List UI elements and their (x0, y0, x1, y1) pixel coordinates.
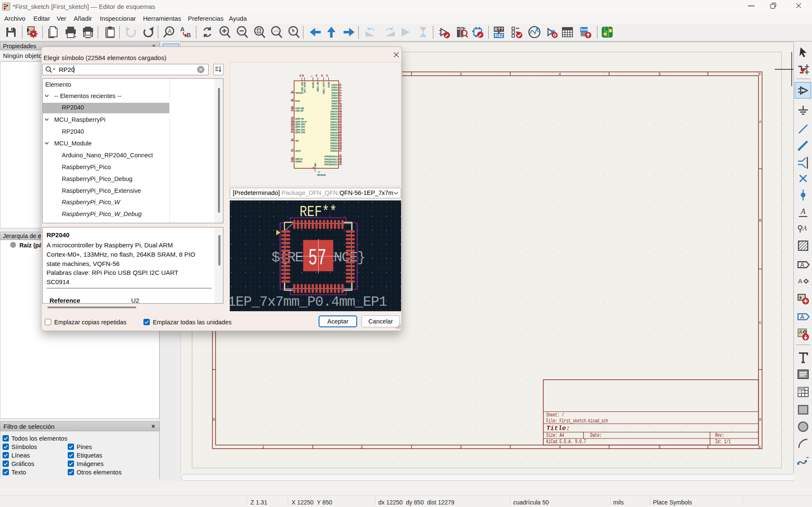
svg-text:20: 20 (339, 130, 341, 133)
svg-text:23: 23 (326, 74, 328, 77)
svg-text:VREG_VIN: VREG_VIN (317, 82, 319, 92)
svg-text:54: 54 (291, 127, 293, 130)
svg-text:34: 34 (339, 162, 341, 164)
svg-text:5: 5 (658, 445, 661, 449)
svg-text:27: 27 (339, 148, 341, 151)
svg-text:DVDD: DVDD (328, 82, 330, 88)
svg-text:QSPI_SD3: QSPI_SD3 (295, 131, 306, 134)
svg-text:GPIO13: GPIO13 (330, 118, 337, 121)
svg-text:A: A (180, 26, 184, 33)
svg-text:GPIO8: GPIO8 (331, 105, 338, 107)
svg-text:QSPI_SCLK: QSPI_SCLK (295, 121, 307, 123)
svg-text:GPIO27/ADC1: GPIO27/ADC1 (324, 158, 338, 161)
svg-text:10: 10 (339, 104, 341, 106)
svg-text:51: 51 (291, 130, 293, 132)
svg-text:GPIO9: GPIO9 (331, 107, 338, 110)
svg-text:GPIO0: GPIO0 (331, 84, 338, 86)
svg-text:.bom: .bom (580, 27, 589, 32)
svg-text:GPIO3: GPIO3 (331, 92, 338, 94)
svg-text:GPIO25: GPIO25 (330, 150, 337, 152)
svg-text:GPIO20: GPIO20 (330, 137, 337, 139)
svg-text:D: D (213, 418, 215, 422)
svg-text:19: 19 (339, 127, 341, 130)
svg-text:GPIO19: GPIO19 (330, 134, 337, 137)
svg-text:Id: 1/1: Id: 1/1 (715, 439, 731, 445)
svg-text:1: 1 (310, 76, 313, 77)
svg-text:8: 8 (339, 99, 341, 101)
svg-text:SWDIO: SWDIO (295, 160, 302, 163)
svg-text:GPIO17: GPIO17 (330, 129, 337, 131)
svg-text:GPIO7: GPIO7 (331, 102, 338, 105)
svg-text:13: 13 (339, 112, 341, 114)
svg-text:Sheet: /: Sheet: / (546, 412, 564, 418)
svg-text:2: 2 (361, 445, 363, 449)
svg-text:4: 4 (559, 445, 561, 449)
svg-text:7: 7 (339, 96, 341, 98)
svg-text:16: 16 (339, 120, 341, 122)
svg-text:A: A (798, 277, 802, 285)
svg-text:6: 6 (758, 445, 760, 449)
svg-text:GPIO24: GPIO24 (330, 147, 337, 150)
svg-text:XOUT: XOUT (295, 150, 301, 152)
svg-text:USB_DP: USB_DP (295, 110, 304, 112)
svg-text:4: 4 (559, 72, 561, 77)
svg-text:33: 33 (339, 159, 341, 162)
svg-text:R42: R42 (495, 33, 503, 38)
svg-text:USB_DM: USB_DM (295, 107, 304, 110)
svg-text:RP2040: RP2040 (317, 174, 326, 176)
svg-text:B: B (759, 219, 762, 223)
svg-text:31: 31 (339, 154, 341, 156)
svg-text:14: 14 (339, 114, 341, 117)
svg-text:GPIO10: GPIO10 (330, 110, 337, 113)
svg-text:U: U (318, 171, 320, 173)
svg-text:3: 3 (339, 85, 341, 88)
svg-text:47: 47 (291, 108, 293, 111)
svg-text:44: 44 (315, 74, 318, 77)
svg-text:GPIO11: GPIO11 (330, 113, 338, 115)
svg-text:GPIO5: GPIO5 (331, 97, 338, 99)
svg-text:GPIO29/ADC3: GPIO29/ADC3 (324, 163, 338, 166)
svg-text:56: 56 (291, 116, 293, 119)
svg-text:5: 5 (658, 72, 661, 77)
svg-text:A: A (800, 313, 804, 320)
svg-text:GPIO1: GPIO1 (331, 86, 338, 89)
svg-text:24: 24 (291, 156, 293, 159)
svg-text:REF**: REF** (300, 203, 337, 221)
svg-text:A: A (801, 207, 806, 216)
svg-text:GPIO12: GPIO12 (330, 115, 337, 118)
svg-text:VREG_VOUT: VREG_VOUT (322, 81, 325, 94)
svg-text:Title:: Title: (546, 425, 570, 432)
svg-text:B: B (187, 32, 191, 38)
svg-text:21: 21 (291, 148, 293, 151)
svg-text:3: 3 (460, 72, 462, 77)
svg-text:A: A (168, 28, 172, 34)
svg-text:1: 1 (262, 445, 264, 449)
svg-text:TESTEN: TESTEN (295, 92, 303, 94)
svg-text:Date:: Date: (590, 433, 602, 438)
svg-text:A: A (802, 225, 807, 232)
svg-text:GPIO6: GPIO6 (331, 100, 338, 102)
svg-text:A: A (800, 261, 804, 268)
svg-text:GPIO28/ADC2: GPIO28/ADC2 (324, 161, 338, 163)
svg-text:4: 4 (339, 88, 341, 90)
svg-text:25: 25 (339, 143, 341, 146)
svg-text:File: First_sketch.kicad_sch: File: First_sketch.kicad_sch (546, 418, 608, 424)
svg-text:SWCLK: SWCLK (295, 158, 303, 160)
svg-text:GPIO16: GPIO16 (330, 126, 337, 129)
svg-text:QSPI_SD1: QSPI_SD1 (295, 126, 306, 128)
svg-text:23: 23 (339, 138, 341, 140)
svg-text:6: 6 (339, 93, 341, 96)
svg-text:Size: A4: Size: A4 (546, 433, 564, 438)
svg-text:48: 48 (302, 74, 304, 77)
svg-text:QSPI_SD0: QSPI_SD0 (295, 123, 306, 126)
svg-text:32: 32 (339, 157, 341, 159)
svg-text:5: 5 (339, 90, 341, 93)
svg-text:ADC_AVDD: ADC_AVDD (303, 82, 306, 93)
svg-text:A: A (759, 120, 762, 124)
svg-text:C: C (759, 321, 762, 325)
svg-text:21: 21 (339, 133, 341, 135)
svg-text:GND: GND (314, 163, 317, 167)
svg-text:10: 10 (291, 90, 293, 93)
svg-text:GPIO2: GPIO2 (331, 89, 338, 91)
svg-text:18: 18 (339, 125, 341, 127)
